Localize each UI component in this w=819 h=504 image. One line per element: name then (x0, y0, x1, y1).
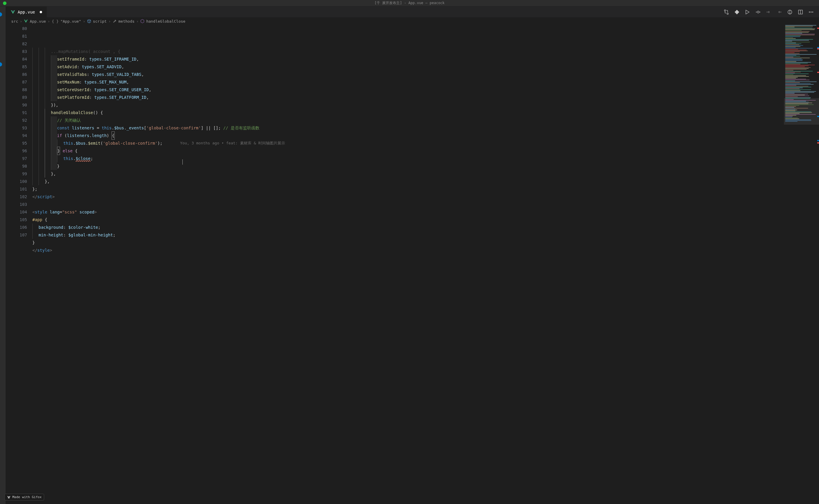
breadcrumb-script[interactable]: script (93, 19, 107, 24)
line-number[interactable]: 89 (6, 94, 27, 101)
window-titlebar: [千 展开发布主] - App.vue — peacock (0, 0, 819, 6)
line-number[interactable]: 101 (6, 185, 27, 193)
line-number[interactable]: 88 (6, 86, 27, 94)
line-number[interactable]: 96 (6, 147, 27, 155)
activity-bar[interactable] (0, 6, 6, 504)
line-number[interactable]: 106 (6, 223, 27, 231)
minimap-error-marker[interactable] (817, 142, 819, 143)
code-line[interactable]: setMaxNum: types.SET_MAX_NUM, (32, 78, 784, 86)
code-token: SET_VALID_TABS (107, 71, 141, 78)
minimap-line (785, 44, 799, 45)
maximize-dot[interactable] (3, 1, 6, 5)
line-number[interactable]: 91 (6, 109, 27, 116)
split-editor-icon[interactable] (798, 9, 803, 15)
minimap-error-marker[interactable] (817, 72, 819, 73)
breadcrumb-file[interactable]: App.vue (30, 19, 46, 24)
code-line[interactable]: setCoreUserId: types.SET_CORE_USER_ID, (32, 86, 784, 94)
nav-forward-icon[interactable] (777, 9, 782, 15)
minimap-error-marker[interactable] (817, 48, 819, 49)
code-line[interactable]: background: $color-white; (32, 223, 784, 231)
line-number[interactable]: 99 (6, 170, 27, 178)
activity-indicator-2[interactable] (0, 62, 2, 66)
line-number[interactable]: 107 (6, 231, 27, 239)
line-number[interactable]: 82 (6, 40, 27, 48)
line-number[interactable]: 100 (6, 178, 27, 185)
code-token: }, (51, 170, 56, 178)
code-line[interactable] (32, 201, 784, 208)
code-token: } (57, 147, 60, 155)
line-number[interactable]: 103 (6, 201, 27, 208)
code-area[interactable]: ...mapMutations( account , {setIframeId:… (32, 25, 784, 504)
code-line[interactable]: </style> (32, 246, 784, 254)
minimap[interactable] (784, 25, 819, 504)
minimap-info-marker[interactable] (817, 47, 819, 48)
code-line[interactable]: ...mapMutations( account , { (32, 48, 784, 55)
code-line[interactable]: setValidTabs: types.SET_VALID_TABS, (32, 71, 784, 78)
code-line[interactable]: }, (32, 170, 784, 178)
breadcrumb-function[interactable]: handleGlobalClose (146, 19, 185, 24)
code-line[interactable]: setAdvid: types.SET_AADVID, (32, 63, 784, 71)
code-line[interactable]: } (32, 239, 784, 246)
code-line[interactable]: } else { (32, 147, 784, 155)
code-token: SET_IFRAME_ID (104, 55, 136, 63)
code-line[interactable]: </script> (32, 193, 784, 201)
tab-app-vue[interactable]: App.vue (6, 6, 47, 17)
compare-changes-icon[interactable] (724, 9, 729, 15)
code-line[interactable]: this.$close; (32, 155, 784, 162)
line-number[interactable]: 84 (6, 55, 27, 63)
line-number[interactable]: 87 (6, 78, 27, 86)
code-line[interactable]: #app { (32, 216, 784, 223)
split-horizontal-icon[interactable] (755, 9, 761, 15)
minimap-info-marker[interactable] (817, 116, 819, 117)
line-number[interactable]: 90 (6, 101, 27, 109)
editor[interactable]: 8081828384858687888990919293949596979899… (6, 25, 819, 504)
code-line[interactable]: }; (32, 185, 784, 193)
code-line[interactable]: handleGlobalClose() { (32, 109, 784, 116)
code-line[interactable]: this.$bus.$emit('global-close-confirm');… (32, 139, 784, 147)
line-number[interactable]: 80 (6, 25, 27, 32)
line-number[interactable]: 92 (6, 116, 27, 124)
code-line[interactable]: // 关闭确认 (32, 116, 784, 124)
traffic-lights[interactable] (3, 1, 6, 5)
breadcrumb-component[interactable]: "App.vue" (60, 19, 81, 24)
code-line[interactable]: min-height: $global-min-height; (32, 231, 784, 239)
toggle-icon[interactable] (787, 9, 793, 15)
line-number[interactable]: 102 (6, 193, 27, 201)
breadcrumb-methods[interactable]: methods (119, 19, 135, 24)
code-line[interactable]: }), (32, 101, 784, 109)
more-actions-icon[interactable] (808, 9, 814, 15)
code-line[interactable]: const listeners = this.$bus._events['glo… (32, 124, 784, 132)
code-line[interactable]: setPlatformId: types.SET_PLATFORM_ID, (32, 94, 784, 101)
line-number[interactable]: 98 (6, 162, 27, 170)
breadcrumb-src[interactable]: src (11, 19, 18, 24)
line-number[interactable]: 105 (6, 216, 27, 223)
line-number[interactable]: 94 (6, 132, 27, 139)
line-number[interactable]: 83 (6, 48, 27, 55)
minimap-info-marker[interactable] (817, 140, 819, 141)
minimap-line (785, 96, 798, 97)
line-number[interactable]: 104 (6, 208, 27, 216)
line-number[interactable]: 97 (6, 155, 27, 162)
run-icon[interactable] (745, 9, 750, 15)
breadcrumb[interactable]: src › App.vue › { } "App.vue" › script ›… (6, 18, 819, 25)
source-control-icon[interactable] (734, 9, 740, 15)
line-number[interactable]: 81 (6, 32, 27, 40)
code-line[interactable]: <style lang="scss" scoped> (32, 208, 784, 216)
code-line[interactable]: if (listeners.length) { (32, 132, 784, 139)
chevron-right-icon: › (136, 19, 139, 24)
minimap-error-marker[interactable] (817, 28, 819, 29)
git-blame-annotation: You, 3 months ago • feat: 素材库 & 时间轴图片展示 (180, 139, 285, 147)
line-number[interactable]: 85 (6, 63, 27, 71)
line-number[interactable]: 93 (6, 124, 27, 132)
nav-back-icon[interactable] (766, 9, 771, 15)
line-number-gutter[interactable]: 8081828384858687888990919293949596979899… (6, 25, 32, 504)
code-line[interactable]: } (32, 162, 784, 170)
code-line[interactable]: }, (32, 178, 784, 185)
line-number[interactable]: 95 (6, 139, 27, 147)
code-line[interactable] (32, 254, 784, 262)
minimap-line (785, 66, 809, 66)
activity-indicator-1[interactable] (0, 12, 2, 16)
line-number[interactable]: 86 (6, 71, 27, 78)
code-token: ( (100, 139, 103, 147)
code-line[interactable]: setIframeId: types.SET_IFRAME_ID, (32, 55, 784, 63)
